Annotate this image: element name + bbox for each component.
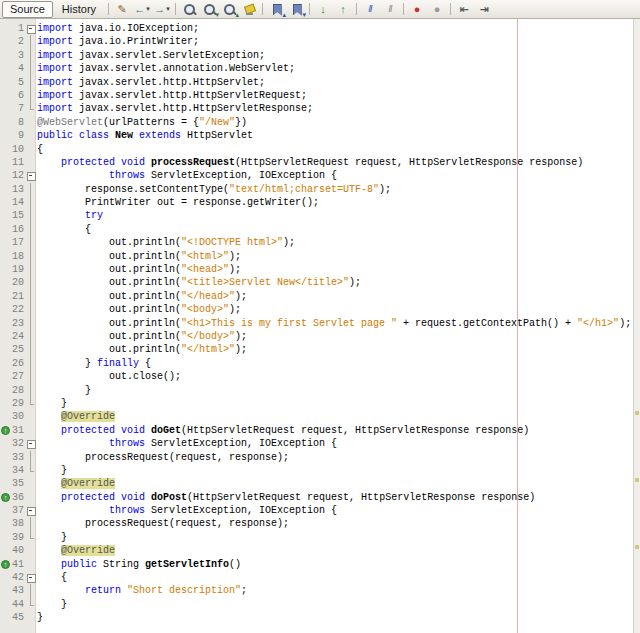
code-line[interactable]: processRequest(request, response);	[37, 451, 633, 464]
line-number[interactable]: 30	[11, 410, 26, 423]
code-line[interactable]: protected void doPost(HttpServletRequest…	[37, 491, 633, 504]
line-number[interactable]: 5	[11, 76, 26, 89]
line-number[interactable]: 16	[11, 223, 26, 236]
line-number[interactable]: 40	[11, 544, 26, 557]
gutter-row[interactable]: 27	[0, 370, 35, 383]
gutter-row[interactable]: 12	[0, 169, 35, 182]
line-number[interactable]: 20	[11, 276, 26, 289]
stop-macro-recording-button[interactable]: ●	[428, 1, 446, 17]
line-number[interactable]: 25	[11, 343, 26, 356]
gutter-row[interactable]: 13	[0, 183, 35, 196]
code-line[interactable]: throws ServletException, IOException {	[37, 504, 633, 517]
code-line[interactable]: out.println("</head>");	[37, 290, 633, 303]
code-line[interactable]: @Override	[37, 410, 633, 423]
start-macro-recording-button[interactable]: ●	[408, 1, 426, 17]
gutter-row[interactable]: 38	[0, 517, 35, 530]
line-number[interactable]: 41	[11, 558, 26, 571]
code-line[interactable]: } finally {	[37, 357, 633, 370]
fold-start-marker[interactable]	[26, 504, 35, 517]
gutter-row[interactable]: 21	[0, 290, 35, 303]
code-line[interactable]: import java.io.PrintWriter;	[37, 35, 633, 48]
line-number[interactable]: 1	[11, 22, 26, 35]
gutter-row[interactable]: 23	[0, 317, 35, 330]
line-number[interactable]: 12	[11, 169, 26, 182]
error-stripe-mark[interactable]	[635, 478, 639, 482]
gutter-row[interactable]: 35	[0, 477, 35, 490]
gutter-row[interactable]: 32	[0, 437, 35, 450]
line-number[interactable]: 45	[11, 611, 26, 624]
next-bookmark-button[interactable]: ▾	[287, 1, 305, 17]
override-glyph-icon[interactable]: ↑	[1, 560, 10, 569]
code-line[interactable]: return "Short description";	[37, 584, 633, 597]
jump-back-button[interactable]: ←▾	[133, 1, 151, 17]
last-edit-location-button[interactable]: ✎	[113, 1, 131, 17]
dropdown-caret-icon[interactable]: ▾	[166, 5, 170, 13]
line-number[interactable]: 15	[11, 209, 26, 222]
gutter-row[interactable]: ↑41	[0, 558, 35, 571]
gutter-row[interactable]: 8	[0, 116, 35, 129]
code-line[interactable]: out.println("<title>Servlet New</title>"…	[37, 276, 633, 289]
code-line[interactable]: import java.io.IOException;	[37, 22, 633, 35]
line-number[interactable]: 43	[11, 584, 26, 597]
code-line[interactable]: protected void processRequest(HttpServle…	[37, 156, 633, 169]
code-area[interactable]: import java.io.IOException;import java.i…	[36, 19, 633, 633]
code-line[interactable]: }	[37, 397, 633, 410]
gutter-row[interactable]: 24	[0, 330, 35, 343]
tab-source[interactable]: Source	[2, 1, 53, 18]
gutter-row[interactable]: 16	[0, 223, 35, 236]
toggle-highlight-search-button[interactable]	[240, 1, 258, 17]
line-number[interactable]: 19	[11, 263, 26, 276]
gutter-row[interactable]: 40	[0, 544, 35, 557]
gutter-row[interactable]: 2	[0, 35, 35, 48]
line-number[interactable]: 27	[11, 370, 26, 383]
gutter-row[interactable]: 10	[0, 143, 35, 156]
code-line[interactable]: out.println("<h1>This is my first Servle…	[37, 317, 633, 330]
gutter-row[interactable]: ↑36	[0, 491, 35, 504]
code-line[interactable]: out.println("<!DOCTYPE html>");	[37, 236, 633, 249]
gutter-row[interactable]: 20	[0, 276, 35, 289]
gutter-row[interactable]: 44	[0, 598, 35, 611]
gutter-row[interactable]: 25	[0, 343, 35, 356]
next-usage-button[interactable]: ↓	[314, 1, 332, 17]
gutter-row[interactable]: 7	[0, 102, 35, 115]
error-stripe[interactable]	[633, 19, 640, 633]
gutter-row[interactable]: 6	[0, 89, 35, 102]
code-line[interactable]: out.close();	[37, 370, 633, 383]
code-line[interactable]: out.println("<html>");	[37, 250, 633, 263]
previous-bookmark-button[interactable]: ▴	[267, 1, 285, 17]
gutter-row[interactable]: 18	[0, 250, 35, 263]
gutter-row[interactable]: 15	[0, 209, 35, 222]
gutter-row[interactable]: 37	[0, 504, 35, 517]
line-number[interactable]: 26	[11, 357, 26, 370]
code-line[interactable]: @Override	[37, 477, 633, 490]
code-line[interactable]: public String getServletInfo()	[37, 558, 633, 571]
code-line[interactable]: import javax.servlet.annotation.WebServl…	[37, 62, 633, 75]
gutter-row[interactable]: 39	[0, 531, 35, 544]
code-line[interactable]: @Override	[37, 544, 633, 557]
line-number[interactable]: 9	[11, 129, 26, 142]
fold-start-marker[interactable]	[26, 22, 35, 35]
code-line[interactable]: {	[37, 223, 633, 236]
code-line[interactable]: import javax.servlet.http.HttpServlet;	[37, 76, 633, 89]
tab-history[interactable]: History	[54, 1, 104, 18]
previous-usage-button[interactable]: ↑	[334, 1, 352, 17]
fold-start-marker[interactable]	[26, 437, 35, 450]
gutter-row[interactable]: 5	[0, 76, 35, 89]
code-line[interactable]: }	[37, 464, 633, 477]
gutter-row[interactable]: 14	[0, 196, 35, 209]
code-line[interactable]: throws ServletException, IOException {	[37, 169, 633, 182]
code-line[interactable]: processRequest(request, response);	[37, 517, 633, 530]
line-number[interactable]: 44	[11, 598, 26, 611]
line-number[interactable]: 18	[11, 250, 26, 263]
line-number[interactable]: 36	[11, 491, 26, 504]
line-number[interactable]: 11	[11, 156, 26, 169]
gutter-row[interactable]: 1	[0, 22, 35, 35]
line-number[interactable]: 37	[11, 504, 26, 517]
line-number[interactable]: 13	[11, 183, 26, 196]
dropdown-caret-icon[interactable]: ▾	[146, 5, 150, 13]
override-glyph-icon[interactable]: ↑	[1, 493, 10, 502]
comment-lines-button[interactable]: //	[361, 1, 379, 17]
line-number[interactable]: 7	[11, 102, 26, 115]
line-number[interactable]: 34	[11, 464, 26, 477]
gutter-row[interactable]: 34	[0, 464, 35, 477]
